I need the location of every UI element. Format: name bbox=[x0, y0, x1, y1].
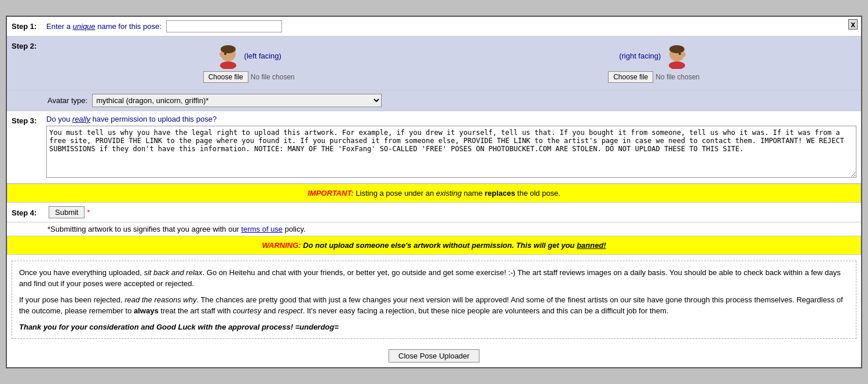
important-notice: IMPORTANT: Listing a pose under an exist… bbox=[7, 184, 861, 203]
step3-really-word: really bbox=[72, 115, 90, 123]
close-row: Close Pose Uploader bbox=[7, 345, 861, 367]
info-para1: Once you have everything uploaded, sit b… bbox=[19, 267, 849, 290]
step1-row: Step 1: Enter a unique name for this pos… bbox=[7, 17, 861, 36]
important-text: Listing a pose under an existing name re… bbox=[356, 189, 560, 198]
left-file-input-row: Choose file No file chosen bbox=[203, 71, 295, 83]
info-para2: If your pose has been rejected, read the… bbox=[19, 294, 849, 317]
svg-point-5 bbox=[669, 61, 685, 69]
permission-textarea[interactable]: You must tell us why you have the legal … bbox=[46, 126, 856, 178]
close-uploader-button[interactable]: Close Pose Uploader bbox=[389, 349, 479, 363]
step1-content: Enter a unique name for this pose: bbox=[46, 20, 856, 32]
step4-row: Step 4: Submit * bbox=[7, 203, 861, 222]
step2-label: Step 2: bbox=[12, 40, 46, 50]
warning-text: Do not upload someone else's artwork wit… bbox=[303, 241, 606, 250]
avatar-right-icon bbox=[665, 43, 688, 69]
step2-row: Step 2: bbox=[7, 36, 861, 90]
avatar-type-select[interactable]: mythical (dragon, unicorn, griffin)* hum… bbox=[92, 94, 382, 107]
step3-question: Do you really have permission to upload … bbox=[46, 115, 856, 123]
left-facing-upload: (left facing) Choose file No file chosen bbox=[203, 43, 295, 83]
tos-link[interactable]: terms of use bbox=[241, 225, 283, 233]
step1-instruction: Enter a unique name for this pose: bbox=[46, 22, 162, 31]
replaces-word: replaces bbox=[485, 189, 515, 198]
submit-asterisk: * bbox=[87, 208, 90, 217]
svg-point-3 bbox=[224, 53, 226, 55]
avatar-type-row: Avatar type: mythical (dragon, unicorn, … bbox=[7, 90, 861, 111]
banned-word: banned! bbox=[577, 241, 606, 250]
avatar-type-label: Avatar type: bbox=[47, 96, 87, 105]
tos-row: *Submitting artwork to us signifies that… bbox=[7, 222, 861, 236]
tos-prefix: *Submitting artwork to us signifies that… bbox=[47, 225, 241, 233]
right-facing-upload: (right facing) Choose file No file chose bbox=[608, 43, 699, 83]
no-file-right-text: No file chosen bbox=[655, 73, 699, 81]
file-upload-area: (left facing) Choose file No file chosen… bbox=[46, 40, 856, 86]
tos-suffix: policy. bbox=[283, 225, 306, 233]
close-x-button[interactable]: x bbox=[848, 19, 858, 30]
svg-point-2 bbox=[221, 45, 236, 53]
submit-button[interactable]: Submit bbox=[49, 206, 85, 218]
left-facing-label: (left facing) bbox=[244, 52, 281, 60]
right-facing-label: (right facing) bbox=[619, 52, 661, 60]
right-file-input-row: Choose file No file chosen bbox=[608, 71, 699, 83]
step1-unique-word: unique bbox=[73, 22, 96, 31]
svg-point-0 bbox=[220, 61, 236, 69]
warning-label: WARNING: bbox=[262, 241, 301, 250]
warning-italic: Do not upload someone else's artwork wit… bbox=[303, 241, 606, 250]
existing-word: existing bbox=[436, 189, 462, 198]
svg-point-4 bbox=[219, 52, 223, 57]
pose-name-input[interactable] bbox=[166, 20, 282, 32]
pose-uploader-window: x Step 1: Enter a unique name for this p… bbox=[6, 16, 862, 369]
step3-content: Do you really have permission to upload … bbox=[46, 115, 856, 180]
step4-content: Submit * bbox=[49, 206, 90, 218]
svg-point-7 bbox=[669, 45, 684, 53]
no-file-left-text: No file chosen bbox=[251, 73, 295, 81]
step3-label: Step 3: bbox=[12, 115, 46, 125]
step3-row: Step 3: Do you really have permission to… bbox=[7, 111, 861, 184]
step4-label: Step 4: bbox=[12, 207, 46, 217]
choose-file-right-button[interactable]: Choose file bbox=[608, 71, 653, 83]
step1-label: Step 1: bbox=[12, 20, 46, 31]
avatar-left-icon bbox=[217, 43, 240, 69]
info-para3: Thank you for your consideration and Goo… bbox=[19, 321, 849, 333]
important-label: IMPORTANT: bbox=[307, 189, 353, 198]
info-box: Once you have everything uploaded, sit b… bbox=[12, 261, 856, 339]
svg-point-9 bbox=[682, 52, 686, 57]
warning-notice: WARNING: Do not upload someone else's ar… bbox=[7, 236, 861, 255]
choose-file-left-button[interactable]: Choose file bbox=[203, 71, 248, 83]
step2-content: (left facing) Choose file No file chosen… bbox=[46, 40, 856, 86]
